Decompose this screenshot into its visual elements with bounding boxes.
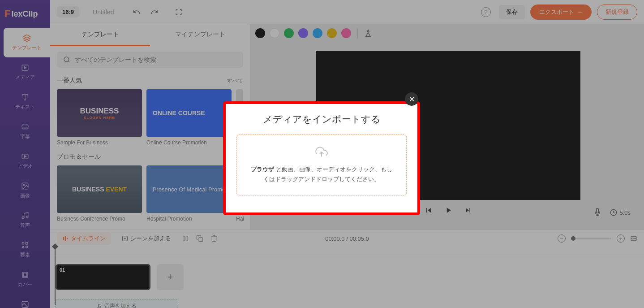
- modal-close-button[interactable]: ✕: [405, 92, 418, 106]
- dropzone[interactable]: ブラウザ と動画、画像、オーディオをクリック、もしくはドラッグアンドドロップして…: [236, 134, 407, 195]
- browse-link[interactable]: ブラウザ: [251, 166, 274, 173]
- modal-title: メディアをインポートする: [236, 113, 407, 126]
- import-media-modal: ✕ メディアをインポートする ブラウザ と動画、画像、オーディオをクリック、もし…: [223, 101, 420, 215]
- dropzone-text: ブラウザ と動画、画像、オーディオをクリック、もしくはドラッグアンドドロップして…: [250, 165, 393, 184]
- upload-cloud-icon: [314, 146, 329, 158]
